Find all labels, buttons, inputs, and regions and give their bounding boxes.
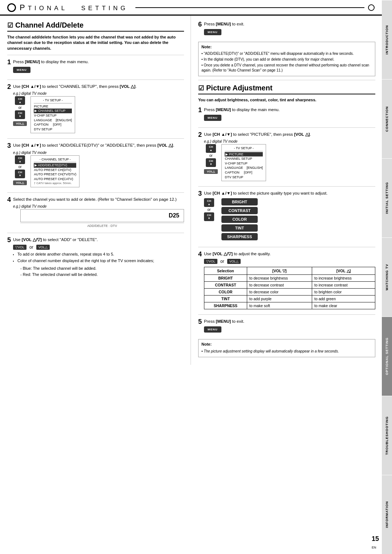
pa-tv-screen-2: - TV SETUP - ▶ PICTURE CHANNEL SETUP V-C… bbox=[221, 144, 266, 181]
tab-optional-setting[interactable]: OPTIONAL SETTING bbox=[382, 317, 392, 396]
tv-item-3-2: AUTO PRESET CH(TV/DTV) bbox=[34, 172, 76, 177]
pa-vol-up-btn-2: VOL△ bbox=[204, 169, 218, 174]
table-cell-bright-label: BRIGHT bbox=[204, 275, 247, 282]
divider-1 bbox=[7, 55, 184, 55]
right-column: 6 Press [MENU] to exit. MENU Note: • "AD… bbox=[191, 16, 382, 365]
picture-description: You can adjust brightness, contrast, col… bbox=[198, 97, 375, 103]
tv-item-3-3: AUTO PRESET CH(CATV) bbox=[34, 177, 76, 182]
table-cell-sharpness-label: SHARPNESS bbox=[204, 302, 247, 309]
divider-4 bbox=[7, 192, 184, 193]
pa-tv-item-2-3: LANGUAGE [ENGLISH] bbox=[225, 166, 263, 170]
menu-button-6: MENU bbox=[204, 29, 221, 35]
pa-ch-up-btn-2: CH▲ bbox=[206, 144, 216, 153]
channel-note-box: Note: • "ADD/DELETE(DTV)" or "ADD/DELETE… bbox=[198, 42, 375, 76]
table-cell-color-up: to brighten color bbox=[312, 289, 375, 296]
channel-sub: ADD/DELETE : DTV bbox=[20, 223, 184, 228]
table-cell-tint-down: to add purple bbox=[247, 296, 312, 302]
channel-description: The channel add/delete function lets you… bbox=[7, 34, 184, 51]
vol-up-btn-3: VOL△ bbox=[13, 180, 27, 185]
table-cell-bright-up: to increase brightness bbox=[312, 275, 375, 282]
step-3-text: Use [CH ▲/▼] to select "ADD/DELETE(DTV)"… bbox=[13, 142, 184, 148]
pa-note-text: • The picture adjustment setting display… bbox=[201, 349, 372, 354]
tab-connection[interactable]: CONNECTION bbox=[382, 79, 392, 158]
bullet-1: To add or delete another channels, repea… bbox=[17, 251, 184, 257]
step-number-1: 1 bbox=[7, 59, 11, 65]
channel-display: D25 bbox=[20, 209, 184, 222]
tv-title-3: - CHANNEL SETUP - bbox=[34, 157, 76, 163]
step-2-eg: e.g.) digital TV mode bbox=[13, 91, 184, 95]
vol-up-btn-5: VOL△ bbox=[36, 245, 50, 250]
step-5-vol-row: ▽VOL or VOL△ bbox=[13, 245, 184, 250]
divider-right-5 bbox=[198, 314, 375, 315]
pa-step-number-3: 3 bbox=[198, 190, 202, 197]
tint-btn: TINT bbox=[221, 224, 258, 232]
header-circle-left bbox=[7, 3, 16, 12]
picture-checkbox-icon: ☑ bbox=[198, 84, 204, 92]
step-number-5: 5 bbox=[7, 237, 11, 243]
pa-step-1-text: Press [MENU] to display the main menu. bbox=[204, 107, 375, 113]
step-number-3: 3 bbox=[7, 142, 11, 149]
channel-step-2: 2 Use [CH ▲/▼] to select "CHANNEL SETUP"… bbox=[7, 83, 184, 133]
table-row-color: COLOR to decrease color to brighten colo… bbox=[204, 289, 375, 296]
pa-ch-buttons-2: CH▲ or CH▼ VOL△ bbox=[204, 144, 218, 174]
tv-item-3-0: ▶ ADD/DELETE(DTV) bbox=[34, 163, 76, 168]
pa-step-number-5: 5 bbox=[198, 318, 202, 325]
main-content: PTIONAL SETTING ☑ Channel Add/Delete The… bbox=[0, 0, 382, 365]
table-cell-color-down: to decrease color bbox=[247, 289, 312, 296]
step-2-content: CH▲ or CH▼ VOL△ - TV SETUP - PICTURE ▶ C… bbox=[13, 96, 184, 133]
side-tabs: INTRODUCTION CONNECTION INITIAL SETTING … bbox=[382, 0, 392, 554]
header-circle-right bbox=[368, 4, 375, 11]
divider-5 bbox=[7, 233, 184, 233]
tv-item-2-1: ▶ CHANNEL SETUP bbox=[34, 109, 72, 113]
pa-step-2-eg: e.g.) digital TV mode bbox=[204, 139, 375, 143]
pa-note-title: Note: bbox=[201, 342, 372, 347]
pa-step-5-btn: MENU bbox=[204, 326, 375, 333]
step-1-btn-container: MENU bbox=[13, 67, 184, 73]
bullet-2: Color of channel number displayed at the… bbox=[17, 258, 184, 264]
page-num-text: 15 bbox=[372, 535, 379, 542]
table-row-sharpness: SHARPNESS to make soft to make clear bbox=[204, 302, 375, 309]
bright-btn: BRIGHT bbox=[221, 198, 258, 205]
dash-1: Blue: The selected channel will be added… bbox=[20, 265, 184, 272]
pa-step-2: 2 Use [CH ▲/▼] to select "PICTURE", then… bbox=[198, 131, 375, 181]
ch-down-btn-2: CH▼ bbox=[15, 110, 25, 119]
pa-or-label-3: or bbox=[208, 208, 211, 212]
tab-introduction[interactable]: INTRODUCTION bbox=[382, 0, 392, 79]
page-number: 15 EN bbox=[372, 535, 379, 550]
channel-note-title: Note: bbox=[201, 44, 372, 50]
divider-2 bbox=[7, 80, 184, 80]
or-label-3: or bbox=[19, 165, 22, 169]
tab-troubleshooting[interactable]: TROUBLESHOOTING bbox=[382, 396, 392, 475]
tv-item-2-3: LANGUAGE [ENGLISH] bbox=[34, 118, 72, 123]
pa-ch-down-btn-2: CH▼ bbox=[206, 158, 216, 167]
pa-step-5: 5 Press [MENU] to exit. MENU bbox=[198, 318, 375, 334]
tab-information[interactable]: INFORMATION bbox=[382, 475, 392, 554]
quality-buttons: BRIGHT CONTRAST COLOR TINT SHARPNESS bbox=[221, 198, 258, 242]
table-cell-tint-label: TINT bbox=[204, 296, 247, 302]
channel-note-3: • Once you delete a DTV channel, you can… bbox=[201, 63, 372, 73]
table-cell-bright-down: to decrease brightness bbox=[247, 275, 312, 282]
step-5-bullets: To add or delete another channels, repea… bbox=[17, 251, 184, 264]
pa-tv-item-2-4: CAPTION [OFF] bbox=[225, 170, 263, 175]
pa-menu-button-5: MENU bbox=[204, 326, 221, 333]
quality-table: Selection [VOL ▽] [VOL △] BRIGHT to decr… bbox=[204, 267, 375, 309]
channel-step-1: 1 Press [MENU] to display the main menu.… bbox=[7, 59, 184, 74]
table-row-tint: TINT to add purple to add green bbox=[204, 296, 375, 302]
ch-buttons-2: CH▲ or CH▼ VOL△ bbox=[13, 96, 27, 126]
pa-tv-item-2-2: V-CHIP SETUP bbox=[225, 161, 263, 166]
picture-section-title: ☑ Picture Adjustment bbox=[198, 84, 375, 94]
header-line bbox=[135, 7, 364, 8]
tab-initial-setting[interactable]: INITIAL SETTING bbox=[382, 158, 392, 237]
ch-up-btn-3: CH▲ bbox=[15, 155, 25, 164]
pa-note-box: Note: • The picture adjustment setting d… bbox=[198, 339, 375, 357]
vol-btn-3: VOL△ bbox=[13, 180, 27, 185]
pa-step-4-text: Use [VOL △/▽] to adjust the quality. bbox=[204, 251, 375, 257]
step-3-eg: e.g.) digital TV mode bbox=[13, 151, 184, 155]
tab-watching-tv[interactable]: WATCHING TV bbox=[382, 237, 392, 317]
tv-screen-2: - TV SETUP - PICTURE ▶ CHANNEL SETUP V-C… bbox=[30, 96, 75, 133]
channel-step-3: 3 Use [CH ▲/▼] to select "ADD/DELETE(DTV… bbox=[7, 142, 184, 187]
menu-button-1: MENU bbox=[13, 67, 30, 73]
ch-down-btn-3: CH▼ bbox=[15, 170, 25, 178]
step-number-4: 4 bbox=[7, 196, 11, 203]
pa-step-3: 3 Use [CH ▲/▼] to select the picture qua… bbox=[198, 190, 375, 242]
